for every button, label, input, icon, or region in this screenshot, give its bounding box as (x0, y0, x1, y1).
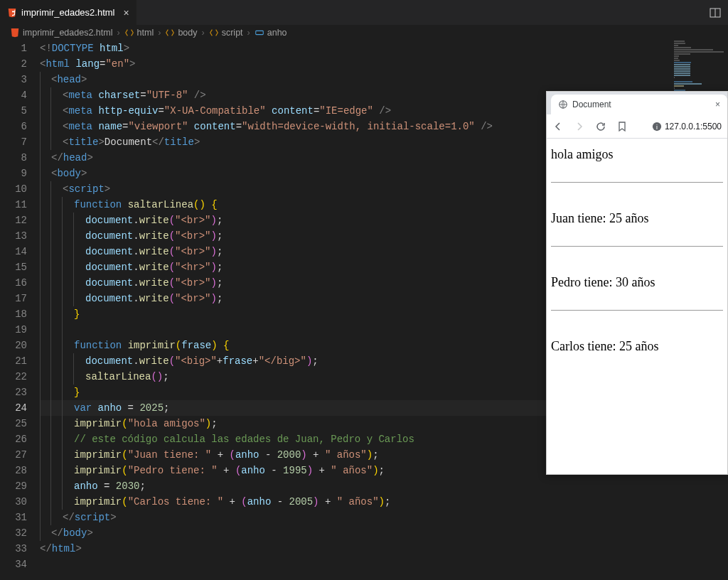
browser-tab[interactable]: Document × (551, 95, 727, 114)
chevron-right-icon: › (247, 28, 250, 38)
line-number: 13 (0, 228, 27, 244)
line-number: 17 (0, 291, 27, 306)
browser-tab-bar: Document × (547, 92, 727, 114)
breadcrumb-html[interactable]: html (137, 28, 154, 38)
line-number: 31 (0, 510, 27, 525)
line-number: 19 (0, 322, 27, 338)
editor-tab-bar: imprimir_edades2.html × (0, 0, 728, 25)
line-number: 27 (0, 447, 27, 463)
line-number: 18 (0, 306, 27, 322)
divider (551, 246, 723, 247)
line-number: 11 (0, 197, 27, 213)
line-number: 21 (0, 353, 27, 369)
bookmark-icon[interactable] (616, 121, 628, 132)
line-number: 9 (0, 166, 27, 181)
browser-preview-window: Document × i 127.0.0.1:5500 hola amigosJ… (546, 91, 728, 475)
preview-text: Juan tiene: 25 años (551, 211, 723, 226)
line-number: 5 (0, 103, 27, 119)
html-file-icon (10, 28, 20, 38)
code-line[interactable]: </html> (40, 541, 728, 557)
divider (551, 182, 723, 183)
line-number: 29 (0, 478, 27, 494)
globe-icon (558, 100, 568, 109)
code-line[interactable]: <html lang="en"> (40, 56, 728, 72)
line-number: 10 (0, 181, 27, 197)
line-number: 30 (0, 494, 27, 510)
close-tab-icon[interactable]: × (124, 7, 129, 18)
chevron-right-icon: › (158, 28, 161, 38)
browser-tab-title: Document (572, 100, 611, 109)
editor-tab-active[interactable]: imprimir_edades2.html × (0, 0, 136, 25)
tab-title: imprimir_edades2.html (21, 7, 115, 18)
line-number: 1 (0, 41, 27, 56)
line-number: 34 (0, 557, 27, 572)
svg-text:i: i (656, 123, 658, 130)
element-icon (165, 28, 175, 38)
line-number: 4 (0, 87, 27, 103)
line-number: 26 (0, 431, 27, 447)
element-icon (124, 28, 134, 38)
line-number: 6 (0, 119, 27, 134)
preview-text: Carlos tiene: 25 años (551, 339, 723, 354)
breadcrumb-var[interactable]: anho (267, 28, 287, 38)
breadcrumb-script[interactable]: script (222, 28, 243, 38)
code-line[interactable]: imprimir("Carlos tiene: " + (anho - 2005… (40, 494, 728, 510)
url-text: 127.0.0.1:5500 (665, 122, 722, 131)
line-number: 32 (0, 525, 27, 541)
breadcrumb-file[interactable]: imprimir_edades2.html (23, 28, 112, 38)
line-number: 25 (0, 416, 27, 431)
line-number: 20 (0, 338, 27, 353)
line-number: 16 (0, 275, 27, 291)
element-icon (209, 28, 219, 38)
code-line[interactable]: <head> (40, 72, 728, 87)
line-number: 23 (0, 385, 27, 400)
breadcrumb-body[interactable]: body (178, 28, 197, 38)
code-line[interactable]: </script> (40, 510, 728, 525)
code-line[interactable]: anho = 2030; (40, 478, 728, 494)
line-number: 12 (0, 213, 27, 228)
back-icon[interactable] (552, 121, 564, 132)
close-tab-icon[interactable]: × (715, 100, 720, 109)
code-line[interactable]: <!DOCTYPE html> (40, 41, 728, 56)
line-number: 15 (0, 259, 27, 275)
reload-icon[interactable] (595, 121, 606, 132)
chevron-right-icon: › (202, 28, 205, 38)
line-number: 2 (0, 56, 27, 72)
code-line[interactable] (40, 557, 728, 572)
forward-icon[interactable] (574, 121, 585, 132)
line-number: 22 (0, 369, 27, 385)
insecure-icon: i (652, 122, 662, 131)
preview-text: hola amigos (551, 147, 723, 162)
code-line[interactable]: </body> (40, 525, 728, 541)
browser-viewport[interactable]: hola amigosJuan tiene: 25 añosPedro tien… (547, 139, 727, 474)
line-number: 7 (0, 134, 27, 150)
address-bar[interactable]: i 127.0.0.1:5500 (652, 122, 722, 131)
split-editor-icon[interactable] (710, 7, 721, 18)
line-number: 3 (0, 72, 27, 87)
chevron-right-icon: › (117, 28, 119, 38)
line-number: 24 (0, 400, 27, 416)
line-number: 14 (0, 244, 27, 259)
html-file-icon (7, 8, 17, 18)
browser-toolbar: i 127.0.0.1:5500 (547, 114, 727, 139)
divider (551, 310, 723, 311)
variable-icon (255, 28, 264, 38)
line-number: 28 (0, 463, 27, 478)
line-number-gutter: 1234567891011121314151617181920212223242… (0, 41, 40, 572)
breadcrumb[interactable]: imprimir_edades2.html › html › body › sc… (0, 25, 728, 41)
line-number: 8 (0, 150, 27, 166)
svg-rect-2 (255, 31, 263, 34)
line-number: 33 (0, 541, 27, 557)
preview-text: Pedro tiene: 30 años (551, 275, 723, 290)
